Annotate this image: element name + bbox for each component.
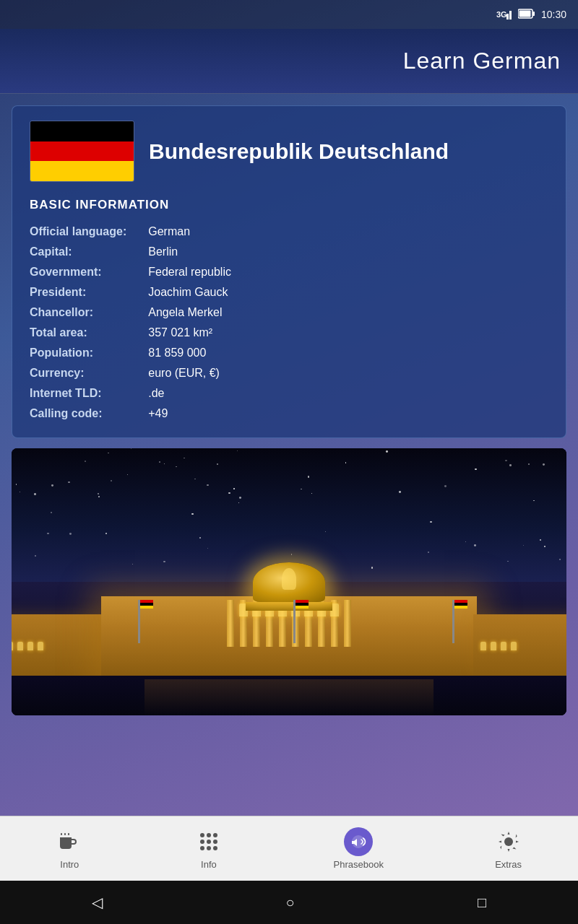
coffee-cup-icon bbox=[55, 827, 84, 856]
country-header: Bundesrepublik Deutschland bbox=[30, 121, 548, 182]
info-label: Government: bbox=[30, 266, 126, 279]
grid-icon bbox=[194, 827, 223, 856]
flag-pole-left bbox=[138, 600, 140, 643]
svg-rect-6 bbox=[61, 833, 62, 835]
svg-point-12 bbox=[200, 840, 204, 844]
info-value: 357 021 km² bbox=[148, 326, 548, 339]
main-content: Bundesrepublik Deutschland BASIC INFORMA… bbox=[0, 94, 578, 816]
building-scene bbox=[12, 448, 566, 715]
flag-pole-right bbox=[452, 600, 454, 643]
reflection bbox=[144, 679, 434, 715]
svg-rect-8 bbox=[68, 833, 69, 835]
android-nav-bar: ◁ ○ □ bbox=[0, 881, 578, 924]
speaker-icon bbox=[344, 827, 373, 856]
info-label: Official language: bbox=[30, 225, 126, 238]
svg-rect-2 bbox=[509, 11, 512, 19]
signal-icon: 3G bbox=[496, 8, 512, 22]
svg-point-9 bbox=[200, 833, 204, 837]
info-value: Angela Merkel bbox=[148, 306, 548, 319]
country-info-card: Bundesrepublik Deutschland BASIC INFORMA… bbox=[12, 105, 566, 438]
extras-label: Extras bbox=[495, 859, 522, 870]
recent-button[interactable]: □ bbox=[478, 894, 486, 911]
svg-rect-5 bbox=[519, 10, 530, 17]
info-value: 81 859 000 bbox=[148, 346, 548, 359]
svg-rect-4 bbox=[532, 12, 535, 16]
info-value: .de bbox=[148, 387, 548, 400]
info-label: Currency: bbox=[30, 367, 126, 380]
app-title: Learn German bbox=[403, 48, 561, 74]
dome bbox=[246, 562, 332, 611]
svg-rect-7 bbox=[64, 833, 66, 835]
info-label: Total area: bbox=[30, 326, 126, 339]
info-value: Berlin bbox=[148, 245, 548, 258]
bottom-navigation: Intro Info Ph bbox=[0, 816, 578, 881]
info-label: Chancellor: bbox=[30, 306, 126, 319]
building-photo bbox=[12, 448, 566, 715]
german-flag bbox=[30, 121, 134, 182]
status-bar: 3G 10:30 bbox=[0, 0, 578, 29]
basic-info-header: BASIC INFORMATION bbox=[30, 198, 548, 212]
intro-label: Intro bbox=[60, 859, 79, 870]
back-button[interactable]: ◁ bbox=[92, 894, 103, 911]
nav-intro[interactable]: Intro bbox=[40, 821, 98, 876]
info-value: euro (EUR, €) bbox=[148, 367, 548, 380]
svg-point-17 bbox=[213, 846, 217, 850]
info-value: +49 bbox=[148, 407, 548, 420]
flag-pole-center bbox=[293, 600, 296, 643]
svg-point-14 bbox=[213, 840, 217, 844]
app-header: Learn German bbox=[0, 29, 578, 94]
phrasebook-label: Phrasebook bbox=[334, 859, 384, 870]
svg-point-15 bbox=[200, 846, 204, 850]
info-table: Official language:GermanCapital:BerlinGo… bbox=[30, 225, 548, 420]
nav-info[interactable]: Info bbox=[180, 821, 238, 876]
svg-point-10 bbox=[207, 833, 211, 837]
info-value: Joachim Gauck bbox=[148, 286, 548, 299]
svg-point-13 bbox=[207, 840, 211, 844]
right-wing bbox=[473, 614, 566, 676]
svg-point-11 bbox=[213, 833, 217, 837]
info-label: Info bbox=[201, 859, 217, 870]
info-value: Federal republic bbox=[148, 266, 548, 279]
status-time: 10:30 bbox=[541, 9, 566, 20]
svg-rect-1 bbox=[506, 14, 509, 19]
info-label: Capital: bbox=[30, 245, 126, 258]
info-label: Calling code: bbox=[30, 407, 126, 420]
info-label: Internet TLD: bbox=[30, 387, 126, 400]
gear-icon bbox=[494, 827, 523, 856]
svg-text:3G: 3G bbox=[496, 10, 507, 19]
left-wing bbox=[12, 614, 105, 676]
nav-phrasebook[interactable]: Phrasebook bbox=[319, 821, 398, 876]
battery-icon bbox=[518, 9, 535, 21]
nav-extras[interactable]: Extras bbox=[480, 821, 538, 876]
stars bbox=[12, 448, 566, 569]
svg-point-16 bbox=[207, 846, 211, 850]
country-name: Bundesrepublik Deutschland bbox=[149, 139, 449, 165]
home-button[interactable]: ○ bbox=[285, 894, 294, 911]
info-label: Population: bbox=[30, 346, 126, 359]
info-value: German bbox=[148, 225, 548, 238]
info-label: President: bbox=[30, 286, 126, 299]
